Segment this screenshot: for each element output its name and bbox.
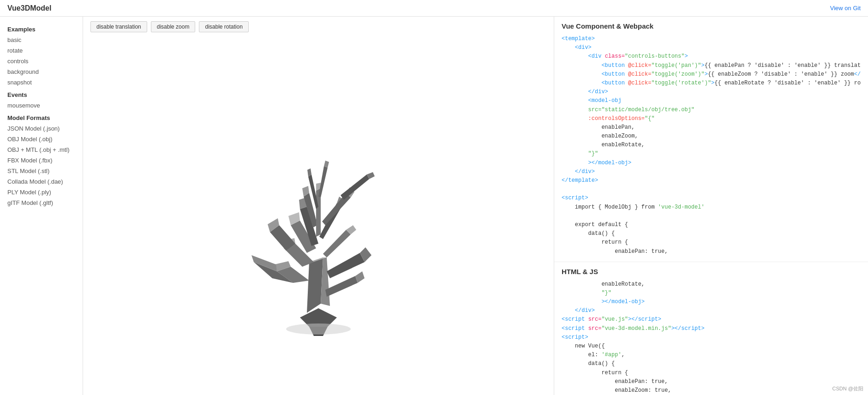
disable-rotation-button[interactable]: disable rotation: [199, 21, 248, 32]
html-js-section: HTML & JS enableRotate, "}" ></model-obj…: [554, 262, 868, 395]
sidebar-item-gltf-model[interactable]: gITF Model (.gltf): [0, 198, 83, 208]
sidebar-item-fbx-model[interactable]: FBX Model (.fbx): [0, 155, 83, 166]
vue-section-title: Vue Component & Webpack: [562, 22, 861, 30]
sidebar-section-events: Events: [0, 88, 83, 100]
svg-marker-2: [307, 257, 323, 313]
sidebar-item-ply-model[interactable]: PLY Model (.ply): [0, 187, 83, 198]
controls-bar: disable translation disable zoom disable…: [83, 17, 554, 37]
vue-code-block: <template> <div> <div class="controls-bu…: [562, 35, 861, 256]
sidebar-item-collada-model[interactable]: Collada Model (.dae): [0, 176, 83, 187]
svg-marker-23: [322, 193, 351, 225]
sidebar-item-obj-mtl-model[interactable]: OBJ + MTL (.obj + .mtl): [0, 144, 83, 155]
sidebar-item-rotate[interactable]: rotate: [0, 45, 83, 56]
sidebar-item-basic[interactable]: basic: [0, 35, 83, 45]
main-layout: Examples basic rotate controls backgroun…: [0, 17, 868, 395]
disable-translation-button[interactable]: disable translation: [90, 21, 147, 32]
svg-marker-29: [325, 276, 358, 297]
watermark: CSDN @佐阳: [832, 385, 863, 392]
svg-marker-25: [323, 230, 351, 257]
sidebar-item-obj-model[interactable]: OBJ Model (.obj): [0, 134, 83, 144]
sidebar-item-mousemove[interactable]: mousemove: [0, 100, 83, 111]
app-title: Vue3DModel: [7, 4, 51, 12]
sidebar-section-examples: Examples: [0, 22, 83, 35]
sidebar-item-controls[interactable]: controls: [0, 56, 83, 66]
sidebar-item-snapshot[interactable]: snapshot: [0, 77, 83, 88]
view-on-git-link[interactable]: View on Git: [830, 5, 861, 12]
disable-zoom-button[interactable]: disable zoom: [151, 21, 196, 32]
html-js-title: HTML & JS: [562, 268, 861, 275]
sidebar-item-stl-model[interactable]: STL Model (.stl): [0, 166, 83, 176]
sidebar: Examples basic rotate controls backgroun…: [0, 17, 83, 395]
model-viewport: [83, 37, 554, 395]
center-panel: disable translation disable zoom disable…: [83, 17, 554, 395]
sidebar-section-formats: Model Formats: [0, 111, 83, 123]
header: Vue3DModel View on Git: [0, 0, 868, 17]
tree-model-svg: [208, 96, 429, 336]
svg-point-37: [286, 323, 351, 335]
right-panel: Vue Component & Webpack <template> <div>…: [554, 17, 868, 395]
svg-marker-35: [341, 174, 369, 200]
html-js-code-block: enableRotate, "}" ></model-obj> </div> <…: [562, 280, 861, 395]
sidebar-item-background[interactable]: background: [0, 66, 83, 77]
vue-component-section: Vue Component & Webpack <template> <div>…: [554, 17, 868, 262]
sidebar-item-json-model[interactable]: JSON Model (.json): [0, 123, 83, 134]
svg-marker-33: [318, 166, 328, 198]
